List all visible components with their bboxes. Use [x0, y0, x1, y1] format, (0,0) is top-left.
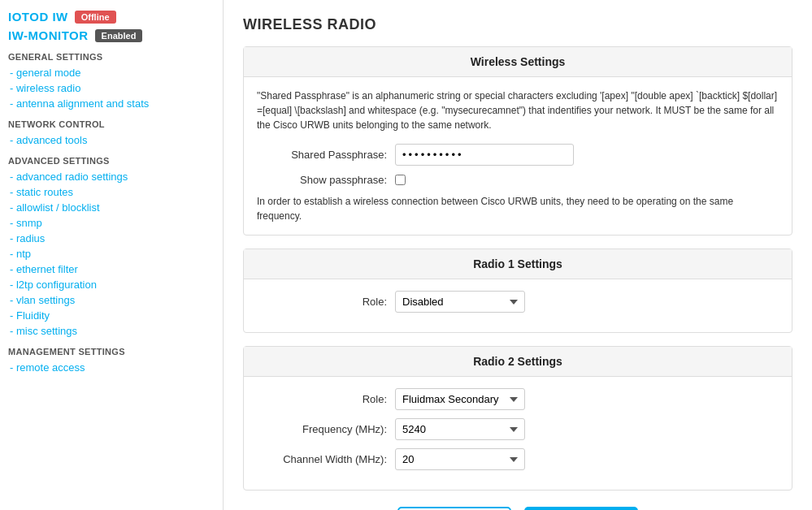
sidebar-item-antenna-alignment[interactable]: - antenna alignment and stats [8, 96, 215, 111]
wireless-settings-card: Wireless Settings "Shared Passphrase" is… [243, 46, 792, 236]
offline-badge: Offline [75, 11, 116, 24]
wireless-settings-header: Wireless Settings [244, 47, 792, 77]
radio2-settings-body: Role: Disabled Fluidmax Primary Fluidmax… [244, 377, 792, 490]
sidebar-item-allowlist-blocklist[interactable]: - allowlist / blocklist [8, 200, 215, 215]
sidebar-item-radius[interactable]: - radius [8, 231, 215, 246]
sidebar-item-advanced-tools[interactable]: - advanced tools [8, 132, 215, 148]
radio1-role-label: Role: [257, 296, 387, 308]
radio2-settings-header: Radio 2 Settings [244, 347, 792, 377]
sidebar-monitor-label: IW-MONITOR [8, 28, 89, 42]
show-passphrase-checkbox[interactable] [395, 175, 406, 185]
sidebar-header: IOTOD IW Offline [8, 10, 215, 24]
show-passphrase-label: Show passphrase: [257, 174, 387, 186]
sidebar-item-vlan-settings[interactable]: - vlan settings [8, 292, 215, 308]
sidebar-item-general-mode[interactable]: - general mode [8, 65, 215, 80]
sidebar-item-l2tp-configuration[interactable]: - l2tp configuration [8, 277, 215, 292]
sidebar-item-advanced-radio-settings[interactable]: - advanced radio settings [8, 169, 215, 184]
show-passphrase-row: Show passphrase: [257, 174, 779, 186]
wireless-info-text: "Shared Passphrase" is an alphanumeric s… [257, 89, 779, 132]
save-button[interactable]: Save [524, 507, 638, 510]
main-content: WIRELESS RADIO Wireless Settings "Shared… [224, 0, 812, 510]
reset-button[interactable]: Reset [397, 507, 511, 510]
sidebar-item-static-routes[interactable]: - static routes [8, 184, 215, 200]
network-control-label: NETWORK CONTROL [8, 119, 215, 129]
sidebar-item-wireless-radio[interactable]: - wireless radio [8, 80, 215, 96]
sidebar-monitor-row: IW-MONITOR Enabled [8, 28, 215, 42]
buttons-row: Reset Save [243, 507, 792, 510]
radio2-frequency-row: Frequency (MHz): 5180 5200 5220 5240 526… [257, 418, 779, 440]
management-settings-label: MANAGEMENT SETTINGS [8, 347, 215, 357]
sidebar: IOTOD IW Offline IW-MONITOR Enabled GENE… [0, 0, 224, 510]
sidebar-item-ethernet-filter[interactable]: - ethernet filter [8, 261, 215, 277]
radio1-settings-card: Radio 1 Settings Role: Disabled Fluidmax… [243, 249, 792, 333]
radio2-role-select[interactable]: Disabled Fluidmax Primary Fluidmax Secon… [395, 388, 525, 410]
wireless-settings-body: "Shared Passphrase" is an alphanumeric s… [244, 77, 792, 235]
radio2-settings-card: Radio 2 Settings Role: Disabled Fluidmax… [243, 346, 792, 491]
sidebar-item-misc-settings[interactable]: - misc settings [8, 323, 215, 339]
advanced-settings-label: ADVANCED SETTINGS [8, 156, 215, 166]
sidebar-item-remote-access[interactable]: - remote access [8, 360, 215, 375]
radio2-frequency-label: Frequency (MHz): [257, 423, 387, 435]
sidebar-item-snmp[interactable]: - snmp [8, 215, 215, 231]
page-title: WIRELESS RADIO [243, 16, 792, 33]
general-settings-label: GENERAL SETTINGS [8, 52, 215, 62]
passphrase-row: Shared Passphrase: [257, 144, 779, 166]
passphrase-input[interactable] [395, 144, 574, 166]
sidebar-item-fluidity[interactable]: - Fluidity [8, 308, 215, 323]
radio2-channel-width-row: Channel Width (MHz): 20 40 80 [257, 448, 779, 470]
passphrase-label: Shared Passphrase: [257, 149, 387, 161]
sidebar-logo: IOTOD IW [8, 10, 68, 24]
radio1-settings-body: Role: Disabled Fluidmax Primary Fluidmax… [244, 279, 792, 332]
radio1-role-row: Role: Disabled Fluidmax Primary Fluidmax… [257, 291, 779, 313]
radio2-role-row: Role: Disabled Fluidmax Primary Fluidmax… [257, 388, 779, 410]
radio2-channel-width-select[interactable]: 20 40 80 [395, 448, 525, 470]
sidebar-item-ntp[interactable]: - ntp [8, 246, 215, 261]
radio2-role-label: Role: [257, 393, 387, 405]
radio1-role-select[interactable]: Disabled Fluidmax Primary Fluidmax Secon… [395, 291, 525, 313]
radio2-channel-width-label: Channel Width (MHz): [257, 453, 387, 465]
frequency-note-text: In order to establish a wireless connect… [257, 194, 779, 223]
enabled-badge: Enabled [95, 29, 143, 42]
radio1-settings-header: Radio 1 Settings [244, 249, 792, 279]
radio2-frequency-select[interactable]: 5180 5200 5220 5240 5260 5280 5300 5320 [395, 418, 525, 440]
